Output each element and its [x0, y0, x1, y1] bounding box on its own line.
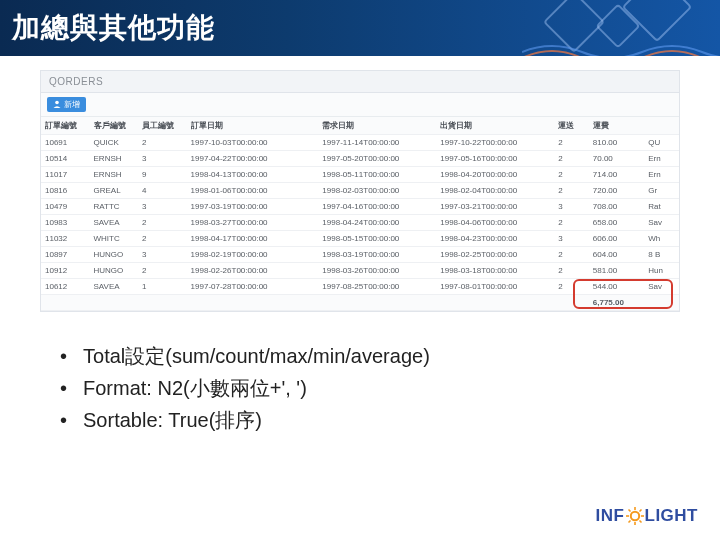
svg-line-9: [628, 521, 630, 523]
table-cell: [304, 151, 318, 167]
table-cell: [304, 215, 318, 231]
table-cell: [304, 263, 318, 279]
table-cell: 3: [138, 247, 187, 263]
table-cell: 1998-03-19T00:00:00: [318, 247, 436, 263]
svg-point-1: [630, 512, 638, 520]
table-cell: 1997-10-22T00:00:00: [436, 135, 554, 151]
table-cell: 10912: [41, 263, 90, 279]
table-cell: 1997-05-20T00:00:00: [318, 151, 436, 167]
table-cell: 1998-03-26T00:00:00: [318, 263, 436, 279]
col-header[interactable]: 客戶編號: [90, 117, 139, 135]
logo-part1: INF: [596, 506, 625, 526]
table-cell: 1998-02-19T00:00:00: [187, 247, 305, 263]
total-row: 6,775.00: [41, 295, 679, 311]
table-cell: 1998-02-25T00:00:00: [436, 247, 554, 263]
table-cell: 1: [138, 279, 187, 295]
table-cell: [304, 199, 318, 215]
table-cell: 1998-01-06T00:00:00: [187, 183, 305, 199]
table-cell: ERNSH: [90, 167, 139, 183]
table-cell: 2: [138, 135, 187, 151]
table-cell: 1998-05-15T00:00:00: [318, 231, 436, 247]
list-item: •Format: N2(小數兩位+', '): [60, 372, 660, 404]
table-cell: 2: [554, 247, 589, 263]
table-cell: 10612: [41, 279, 90, 295]
table-cell: 1998-02-04T00:00:00: [436, 183, 554, 199]
table-row: 10612SAVEA11997-07-28T00:00:001997-08-25…: [41, 279, 679, 295]
table-cell: [304, 135, 318, 151]
table-row: 11017ERNSH91998-04-13T00:00:001998-05-11…: [41, 167, 679, 183]
table-screenshot: QORDERS 新增 訂單編號 客戶編號 員工編號 訂單日期 需求日期 出貨日期…: [40, 70, 680, 312]
table-cell: Sav: [644, 215, 679, 231]
col-header[interactable]: 訂單編號: [41, 117, 90, 135]
table-cell: 10983: [41, 215, 90, 231]
table-cell: HUNGO: [90, 247, 139, 263]
table-cell: 3: [138, 151, 187, 167]
table-cell: 70.00: [589, 151, 644, 167]
table-row: 10479RATTC31997-03-19T00:00:001997-04-16…: [41, 199, 679, 215]
table-cell: 2: [138, 231, 187, 247]
table-row: 10983SAVEA21998-03-27T00:00:001998-04-24…: [41, 215, 679, 231]
slide-title: 加總與其他功能: [12, 9, 215, 47]
slide-header: 加總與其他功能: [0, 0, 720, 56]
svg-line-6: [628, 510, 630, 512]
table-cell: 1998-02-03T00:00:00: [318, 183, 436, 199]
table-cell: 1997-08-01T00:00:00: [436, 279, 554, 295]
table-cell: 714.00: [589, 167, 644, 183]
bullet-dot: •: [60, 404, 67, 436]
col-header[interactable]: 員工編號: [138, 117, 187, 135]
table-cell: 1998-03-18T00:00:00: [436, 263, 554, 279]
table-cell: 2: [554, 135, 589, 151]
col-header[interactable]: [644, 117, 679, 135]
table-row: 11032WHITC21998-04-17T00:00:001998-05-15…: [41, 231, 679, 247]
col-header[interactable]: 出貨日期: [436, 117, 554, 135]
col-header[interactable]: 訂單日期: [187, 117, 305, 135]
table-cell: Hun: [644, 263, 679, 279]
table-cell: 720.00: [589, 183, 644, 199]
col-header[interactable]: 運費: [589, 117, 644, 135]
bullet-dot: •: [60, 372, 67, 404]
table-cell: 2: [554, 151, 589, 167]
table-cell: SAVEA: [90, 279, 139, 295]
user-icon: [53, 100, 61, 110]
svg-line-7: [639, 521, 641, 523]
table-cell: 3: [554, 231, 589, 247]
table-cell: [304, 167, 318, 183]
table-cell: 2: [554, 183, 589, 199]
header-decoration: [542, 0, 712, 56]
table-cell: 1997-03-21T00:00:00: [436, 199, 554, 215]
table-cell: 3: [554, 199, 589, 215]
table-cell: QU: [644, 135, 679, 151]
header-row: 訂單編號 客戶編號 員工編號 訂單日期 需求日期 出貨日期 運送 運費: [41, 117, 679, 135]
col-header[interactable]: 運送: [554, 117, 589, 135]
table-cell: 1997-11-14T00:00:00: [318, 135, 436, 151]
col-header[interactable]: 需求日期: [318, 117, 436, 135]
add-button[interactable]: 新增: [47, 97, 86, 112]
table-cell: Ern: [644, 167, 679, 183]
table-cell: Sav: [644, 279, 679, 295]
table-cell: Ern: [644, 151, 679, 167]
table-cell: RATTC: [90, 199, 139, 215]
logo-sun-icon: [626, 507, 644, 525]
table-cell: [304, 231, 318, 247]
table-cell: 10514: [41, 151, 90, 167]
table-cell: 3: [138, 199, 187, 215]
table-cell: 10691: [41, 135, 90, 151]
table-cell: 9: [138, 167, 187, 183]
table-cell: [304, 279, 318, 295]
list-item: •Sortable: True(排序): [60, 404, 660, 436]
table-cell: 708.00: [589, 199, 644, 215]
toolbar: 新增: [41, 93, 679, 117]
total-value: 6,775.00: [589, 295, 644, 311]
table-cell: [304, 247, 318, 263]
table-cell: 1998-02-26T00:00:00: [187, 263, 305, 279]
table-cell: Gr: [644, 183, 679, 199]
table-cell: GREAL: [90, 183, 139, 199]
add-button-label: 新增: [64, 99, 80, 110]
table-cell: 8 B: [644, 247, 679, 263]
table-cell: 10816: [41, 183, 90, 199]
table-row: 10912HUNGO21998-02-26T00:00:001998-03-26…: [41, 263, 679, 279]
table-cell: SAVEA: [90, 215, 139, 231]
table-cell: 10897: [41, 247, 90, 263]
table-cell: Rat: [644, 199, 679, 215]
col-header[interactable]: [304, 117, 318, 135]
